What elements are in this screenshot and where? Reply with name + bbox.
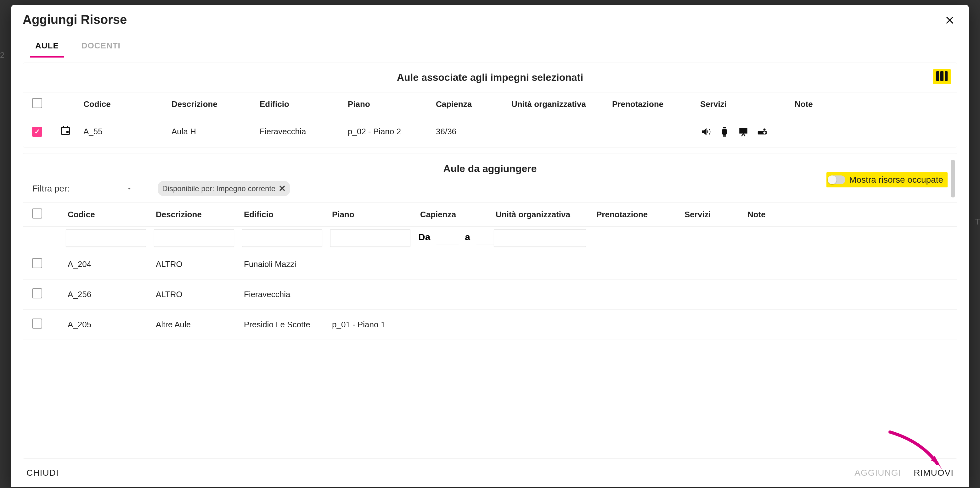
close-footer-button[interactable]: CHIUDI bbox=[26, 468, 59, 478]
cell-capienza: 36/36 bbox=[432, 116, 508, 147]
col-edificio: Edificio bbox=[256, 92, 344, 116]
cell-codice: A_55 bbox=[80, 116, 168, 147]
col-unita: Unità organizzativa bbox=[508, 92, 608, 116]
chip-text: Disponibile per: Impegno corrente bbox=[162, 184, 275, 193]
row-checkbox[interactable] bbox=[32, 127, 42, 137]
svg-point-10 bbox=[764, 128, 766, 130]
col-servizi: Servizi bbox=[697, 92, 791, 116]
select-all-add[interactable] bbox=[32, 209, 42, 219]
cell-codice: A_204 bbox=[64, 249, 152, 279]
col-codice: Codice bbox=[80, 92, 168, 116]
svg-rect-6 bbox=[723, 135, 726, 136]
col-descrizione: Descrizione bbox=[168, 92, 256, 116]
cell-codice: A_205 bbox=[64, 310, 152, 340]
cell-edificio: Fieravecchia bbox=[240, 279, 328, 310]
filter-unita[interactable] bbox=[494, 229, 586, 247]
col-codice-2: Codice bbox=[64, 203, 152, 227]
cell-edificio: Fieravecchia bbox=[256, 116, 344, 147]
cell-piano bbox=[328, 249, 416, 279]
col-unita-2: Unità organizzativa bbox=[492, 203, 593, 227]
svg-point-9 bbox=[764, 132, 766, 134]
tabs: AULE DOCENTI bbox=[11, 30, 969, 57]
col-prenotazione-2: Prenotazione bbox=[593, 203, 681, 227]
modal-content: Aule associate agli impegni selezionati … bbox=[11, 57, 969, 459]
close-button[interactable] bbox=[942, 13, 957, 30]
filter-piano[interactable] bbox=[330, 229, 410, 247]
row-checkbox[interactable] bbox=[32, 288, 42, 298]
chip-remove[interactable]: ✕ bbox=[278, 183, 286, 194]
filter-label: Filtra per: bbox=[32, 184, 70, 194]
col-note-2: Note bbox=[744, 203, 957, 227]
tab-aule[interactable]: AULE bbox=[30, 37, 64, 57]
panel-add-title: Aule da aggiungere bbox=[29, 163, 951, 174]
columns-icon[interactable] bbox=[936, 71, 948, 81]
cell-piano: p_01 - Piano 1 bbox=[328, 310, 416, 340]
col-descrizione-2: Descrizione bbox=[152, 203, 240, 227]
table-row: A_204 ALTRO Funaioli Mazzi bbox=[23, 249, 957, 279]
backdrop-text-left: 2 bbox=[0, 50, 5, 60]
svg-rect-5 bbox=[723, 127, 726, 128]
modal-header: Aggiungi Risorse bbox=[11, 5, 969, 30]
panel-associated: Aule associate agli impegni selezionati … bbox=[23, 63, 957, 147]
col-note: Note bbox=[791, 92, 957, 116]
filter-chip: Disponibile per: Impegno corrente ✕ bbox=[158, 181, 290, 196]
filter-dropdown[interactable] bbox=[82, 185, 145, 192]
cell-codice: A_256 bbox=[64, 279, 152, 310]
cell-piano bbox=[328, 279, 416, 310]
cell-descrizione: Altre Aule bbox=[152, 310, 240, 340]
modal-title: Aggiungi Risorse bbox=[23, 13, 127, 27]
cap-to-label: a bbox=[465, 232, 470, 242]
filter-descrizione[interactable] bbox=[154, 229, 234, 247]
row-checkbox[interactable] bbox=[32, 318, 42, 329]
chevron-down-icon bbox=[126, 185, 132, 192]
col-capienza: Capienza bbox=[432, 92, 508, 116]
add-table: Codice Descrizione Edificio Piano Capien… bbox=[23, 203, 957, 340]
cell-descrizione: ALTRO bbox=[152, 279, 240, 310]
toggle-label: Mostra risorse occupate bbox=[849, 175, 943, 185]
cell-edificio: Funaioli Mazzi bbox=[240, 249, 328, 279]
col-piano-2: Piano bbox=[328, 203, 416, 227]
col-prenotazione: Prenotazione bbox=[608, 92, 697, 116]
panel-associated-title: Aule associate agli impegni selezionati bbox=[397, 72, 583, 83]
table-row: A_205 Altre Aule Presidio Le Scotte p_01… bbox=[23, 310, 957, 340]
filter-cap-from[interactable] bbox=[436, 231, 458, 245]
svg-rect-4 bbox=[722, 128, 727, 135]
add-resources-modal: Aggiungi Risorse AULE DOCENTI Aule assoc… bbox=[11, 5, 969, 487]
associated-table: Codice Descrizione Edificio Piano Capien… bbox=[23, 92, 957, 147]
column-settings-highlight bbox=[933, 69, 951, 84]
add-button[interactable]: AGGIUNGI bbox=[854, 468, 901, 478]
col-piano: Piano bbox=[344, 92, 432, 116]
table-row: A_256 ALTRO Fieravecchia bbox=[23, 279, 957, 310]
svg-rect-3 bbox=[67, 131, 68, 133]
filter-row: Filtra per: Disponibile per: Impegno cor… bbox=[23, 177, 957, 203]
col-servizi-2: Servizi bbox=[681, 203, 744, 227]
col-edificio-2: Edificio bbox=[240, 203, 328, 227]
backdrop-text-right: T bbox=[975, 217, 980, 227]
smartwatch-icon bbox=[719, 127, 730, 137]
svg-rect-1 bbox=[63, 126, 64, 128]
audio-icon bbox=[700, 127, 711, 137]
service-icons bbox=[700, 127, 787, 137]
select-all-associated[interactable] bbox=[32, 98, 42, 108]
modal-footer: CHIUDI AGGIUNGI RIMUOVI bbox=[11, 459, 969, 487]
row-checkbox[interactable] bbox=[32, 258, 42, 268]
filter-edificio[interactable] bbox=[242, 229, 322, 247]
cell-piano: p_02 - Piano 2 bbox=[344, 116, 432, 147]
show-occupied-toggle[interactable] bbox=[828, 176, 845, 184]
cap-from-label: Da bbox=[418, 232, 430, 242]
whiteboard-icon bbox=[738, 127, 749, 137]
toggle-highlight: Mostra risorse occupate bbox=[826, 172, 948, 187]
cell-descrizione: Aula H bbox=[168, 116, 256, 147]
tab-docenti[interactable]: DOCENTI bbox=[76, 37, 126, 57]
panel-to-add: Aule da aggiungere Mostra risorse occupa… bbox=[23, 153, 957, 459]
svg-rect-2 bbox=[67, 126, 68, 128]
col-capienza-2: Capienza bbox=[416, 203, 492, 227]
cell-descrizione: ALTRO bbox=[152, 249, 240, 279]
calendar-icon[interactable] bbox=[60, 125, 71, 136]
projector-icon bbox=[757, 127, 768, 137]
remove-button[interactable]: RIMUOVI bbox=[913, 468, 954, 478]
filter-codice[interactable] bbox=[66, 229, 146, 247]
table-row: A_55 Aula H Fieravecchia p_02 - Piano 2 … bbox=[23, 116, 957, 147]
cell-edificio: Presidio Le Scotte bbox=[240, 310, 328, 340]
close-icon bbox=[945, 15, 955, 25]
